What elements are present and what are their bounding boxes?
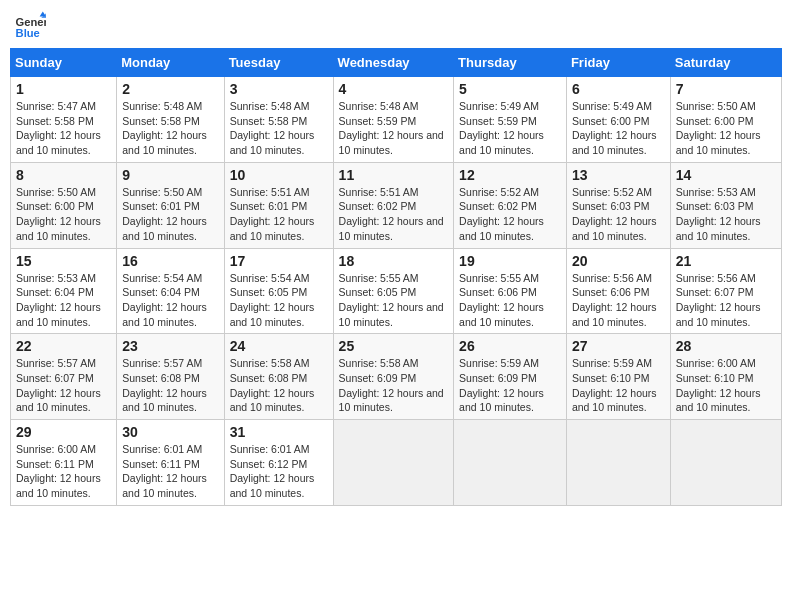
svg-text:Blue: Blue [16,27,40,39]
day-number: 5 [459,81,561,97]
calendar-cell: 23Sunrise: 5:57 AMSunset: 6:08 PMDayligh… [117,334,224,420]
day-number: 23 [122,338,218,354]
day-number: 31 [230,424,328,440]
day-info: Sunrise: 5:52 AMSunset: 6:03 PMDaylight:… [572,185,665,244]
day-info: Sunrise: 5:48 AMSunset: 5:59 PMDaylight:… [339,99,449,158]
day-number: 4 [339,81,449,97]
calendar-cell: 7Sunrise: 5:50 AMSunset: 6:00 PMDaylight… [670,77,781,163]
day-number: 29 [16,424,111,440]
calendar-cell: 25Sunrise: 5:58 AMSunset: 6:09 PMDayligh… [333,334,454,420]
day-number: 8 [16,167,111,183]
day-info: Sunrise: 6:00 AMSunset: 6:10 PMDaylight:… [676,356,776,415]
calendar-cell [333,420,454,506]
day-info: Sunrise: 5:49 AMSunset: 6:00 PMDaylight:… [572,99,665,158]
day-number: 14 [676,167,776,183]
day-header-saturday: Saturday [670,49,781,77]
day-number: 6 [572,81,665,97]
day-info: Sunrise: 5:58 AMSunset: 6:09 PMDaylight:… [339,356,449,415]
day-info: Sunrise: 5:58 AMSunset: 6:08 PMDaylight:… [230,356,328,415]
day-info: Sunrise: 5:51 AMSunset: 6:02 PMDaylight:… [339,185,449,244]
calendar-cell: 14Sunrise: 5:53 AMSunset: 6:03 PMDayligh… [670,162,781,248]
day-number: 20 [572,253,665,269]
week-row-5: 29Sunrise: 6:00 AMSunset: 6:11 PMDayligh… [11,420,782,506]
day-number: 2 [122,81,218,97]
calendar-cell: 20Sunrise: 5:56 AMSunset: 6:06 PMDayligh… [566,248,670,334]
day-info: Sunrise: 5:55 AMSunset: 6:06 PMDaylight:… [459,271,561,330]
day-number: 3 [230,81,328,97]
day-number: 11 [339,167,449,183]
calendar-cell [454,420,567,506]
week-row-3: 15Sunrise: 5:53 AMSunset: 6:04 PMDayligh… [11,248,782,334]
day-number: 28 [676,338,776,354]
day-info: Sunrise: 5:56 AMSunset: 6:06 PMDaylight:… [572,271,665,330]
day-info: Sunrise: 5:50 AMSunset: 6:00 PMDaylight:… [16,185,111,244]
day-info: Sunrise: 5:57 AMSunset: 6:08 PMDaylight:… [122,356,218,415]
calendar-header: SundayMondayTuesdayWednesdayThursdayFrid… [11,49,782,77]
day-number: 25 [339,338,449,354]
day-info: Sunrise: 5:49 AMSunset: 5:59 PMDaylight:… [459,99,561,158]
day-number: 16 [122,253,218,269]
calendar-cell: 1Sunrise: 5:47 AMSunset: 5:58 PMDaylight… [11,77,117,163]
calendar-cell: 12Sunrise: 5:52 AMSunset: 6:02 PMDayligh… [454,162,567,248]
week-row-2: 8Sunrise: 5:50 AMSunset: 6:00 PMDaylight… [11,162,782,248]
day-number: 22 [16,338,111,354]
day-info: Sunrise: 5:48 AMSunset: 5:58 PMDaylight:… [122,99,218,158]
day-number: 27 [572,338,665,354]
calendar-cell: 6Sunrise: 5:49 AMSunset: 6:00 PMDaylight… [566,77,670,163]
day-number: 17 [230,253,328,269]
day-number: 10 [230,167,328,183]
day-info: Sunrise: 5:47 AMSunset: 5:58 PMDaylight:… [16,99,111,158]
week-row-1: 1Sunrise: 5:47 AMSunset: 5:58 PMDaylight… [11,77,782,163]
day-info: Sunrise: 5:50 AMSunset: 6:01 PMDaylight:… [122,185,218,244]
calendar-cell: 28Sunrise: 6:00 AMSunset: 6:10 PMDayligh… [670,334,781,420]
calendar-cell: 13Sunrise: 5:52 AMSunset: 6:03 PMDayligh… [566,162,670,248]
page-header: General Blue [10,10,782,42]
logo-icon: General Blue [14,10,46,42]
day-number: 24 [230,338,328,354]
calendar-cell: 26Sunrise: 5:59 AMSunset: 6:09 PMDayligh… [454,334,567,420]
calendar-cell: 15Sunrise: 5:53 AMSunset: 6:04 PMDayligh… [11,248,117,334]
day-header-thursday: Thursday [454,49,567,77]
calendar-cell: 30Sunrise: 6:01 AMSunset: 6:11 PMDayligh… [117,420,224,506]
calendar-cell: 31Sunrise: 6:01 AMSunset: 6:12 PMDayligh… [224,420,333,506]
calendar-cell: 8Sunrise: 5:50 AMSunset: 6:00 PMDaylight… [11,162,117,248]
calendar-cell: 27Sunrise: 5:59 AMSunset: 6:10 PMDayligh… [566,334,670,420]
calendar-cell: 21Sunrise: 5:56 AMSunset: 6:07 PMDayligh… [670,248,781,334]
logo: General Blue [14,10,46,42]
calendar-cell: 29Sunrise: 6:00 AMSunset: 6:11 PMDayligh… [11,420,117,506]
day-number: 1 [16,81,111,97]
day-number: 21 [676,253,776,269]
day-info: Sunrise: 5:59 AMSunset: 6:10 PMDaylight:… [572,356,665,415]
calendar-cell: 22Sunrise: 5:57 AMSunset: 6:07 PMDayligh… [11,334,117,420]
calendar-cell: 18Sunrise: 5:55 AMSunset: 6:05 PMDayligh… [333,248,454,334]
day-header-monday: Monday [117,49,224,77]
day-info: Sunrise: 6:01 AMSunset: 6:11 PMDaylight:… [122,442,218,501]
day-info: Sunrise: 5:50 AMSunset: 6:00 PMDaylight:… [676,99,776,158]
calendar-cell: 9Sunrise: 5:50 AMSunset: 6:01 PMDaylight… [117,162,224,248]
day-header-sunday: Sunday [11,49,117,77]
day-info: Sunrise: 5:51 AMSunset: 6:01 PMDaylight:… [230,185,328,244]
calendar-cell: 11Sunrise: 5:51 AMSunset: 6:02 PMDayligh… [333,162,454,248]
day-info: Sunrise: 5:56 AMSunset: 6:07 PMDaylight:… [676,271,776,330]
day-info: Sunrise: 5:48 AMSunset: 5:58 PMDaylight:… [230,99,328,158]
day-number: 30 [122,424,218,440]
day-number: 18 [339,253,449,269]
day-header-friday: Friday [566,49,670,77]
calendar-cell: 10Sunrise: 5:51 AMSunset: 6:01 PMDayligh… [224,162,333,248]
day-number: 15 [16,253,111,269]
week-row-4: 22Sunrise: 5:57 AMSunset: 6:07 PMDayligh… [11,334,782,420]
calendar-cell: 16Sunrise: 5:54 AMSunset: 6:04 PMDayligh… [117,248,224,334]
day-info: Sunrise: 5:53 AMSunset: 6:04 PMDaylight:… [16,271,111,330]
calendar-cell: 5Sunrise: 5:49 AMSunset: 5:59 PMDaylight… [454,77,567,163]
day-info: Sunrise: 6:00 AMSunset: 6:11 PMDaylight:… [16,442,111,501]
day-number: 12 [459,167,561,183]
day-info: Sunrise: 5:54 AMSunset: 6:05 PMDaylight:… [230,271,328,330]
day-info: Sunrise: 5:57 AMSunset: 6:07 PMDaylight:… [16,356,111,415]
calendar-cell: 19Sunrise: 5:55 AMSunset: 6:06 PMDayligh… [454,248,567,334]
calendar-cell: 17Sunrise: 5:54 AMSunset: 6:05 PMDayligh… [224,248,333,334]
day-number: 13 [572,167,665,183]
day-header-tuesday: Tuesday [224,49,333,77]
calendar-cell: 24Sunrise: 5:58 AMSunset: 6:08 PMDayligh… [224,334,333,420]
day-info: Sunrise: 5:59 AMSunset: 6:09 PMDaylight:… [459,356,561,415]
calendar-cell: 2Sunrise: 5:48 AMSunset: 5:58 PMDaylight… [117,77,224,163]
